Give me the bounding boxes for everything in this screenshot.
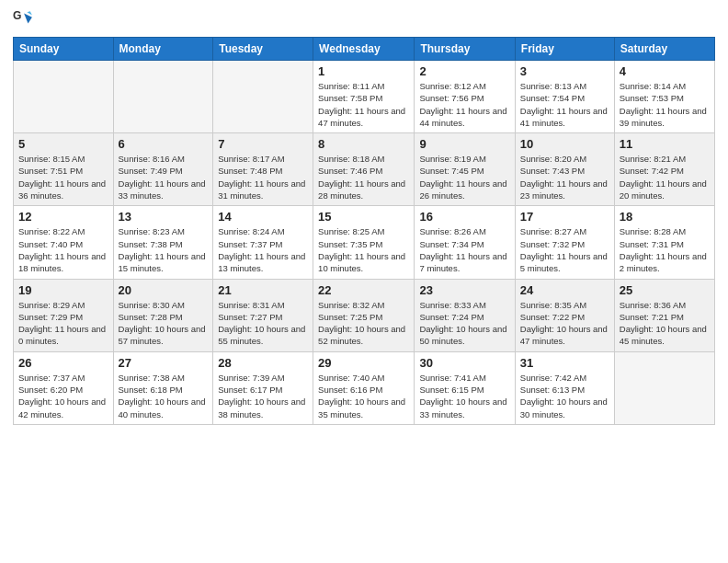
calendar-cell bbox=[14, 61, 114, 133]
day-info: Sunrise: 8:12 AM Sunset: 7:56 PM Dayligh… bbox=[419, 80, 509, 129]
day-number: 5 bbox=[18, 137, 108, 151]
calendar-cell: 24Sunrise: 8:35 AM Sunset: 7:22 PM Dayli… bbox=[515, 279, 614, 351]
page: G SundayMondayTuesdayWednesdayThursdayFr… bbox=[0, 0, 728, 563]
day-number: 25 bbox=[620, 283, 710, 297]
calendar-cell: 1Sunrise: 8:11 AM Sunset: 7:58 PM Daylig… bbox=[313, 61, 415, 133]
calendar-cell: 23Sunrise: 8:33 AM Sunset: 7:24 PM Dayli… bbox=[415, 279, 515, 351]
day-number: 8 bbox=[318, 137, 409, 151]
day-info: Sunrise: 7:37 AM Sunset: 6:20 PM Dayligh… bbox=[18, 372, 108, 420]
weekday-header-friday: Friday bbox=[515, 38, 614, 61]
weekday-header-saturday: Saturday bbox=[614, 38, 714, 61]
day-number: 29 bbox=[318, 356, 409, 370]
day-info: Sunrise: 8:30 AM Sunset: 7:28 PM Dayligh… bbox=[119, 299, 209, 348]
day-info: Sunrise: 8:28 AM Sunset: 7:31 PM Dayligh… bbox=[620, 225, 710, 274]
calendar-cell: 6Sunrise: 8:16 AM Sunset: 7:49 PM Daylig… bbox=[113, 133, 213, 206]
calendar-cell: 13Sunrise: 8:23 AM Sunset: 7:38 PM Dayli… bbox=[113, 206, 213, 279]
day-number: 4 bbox=[620, 64, 710, 78]
calendar-week-row: 5Sunrise: 8:15 AM Sunset: 7:51 PM Daylig… bbox=[14, 133, 715, 206]
day-info: Sunrise: 8:25 AM Sunset: 7:35 PM Dayligh… bbox=[318, 225, 409, 274]
weekday-header-thursday: Thursday bbox=[415, 38, 515, 61]
calendar-cell bbox=[213, 61, 313, 133]
day-number: 6 bbox=[119, 137, 209, 151]
day-info: Sunrise: 8:16 AM Sunset: 7:49 PM Dayligh… bbox=[119, 153, 209, 201]
day-number: 20 bbox=[119, 283, 209, 297]
day-info: Sunrise: 7:39 AM Sunset: 6:17 PM Dayligh… bbox=[218, 372, 308, 420]
calendar-cell: 16Sunrise: 8:26 AM Sunset: 7:34 PM Dayli… bbox=[415, 206, 515, 279]
day-info: Sunrise: 8:26 AM Sunset: 7:34 PM Dayligh… bbox=[419, 225, 509, 274]
calendar-cell: 27Sunrise: 7:38 AM Sunset: 6:18 PM Dayli… bbox=[113, 351, 213, 424]
calendar-cell bbox=[614, 351, 714, 424]
calendar-cell: 10Sunrise: 8:20 AM Sunset: 7:43 PM Dayli… bbox=[515, 133, 614, 206]
calendar-cell: 5Sunrise: 8:15 AM Sunset: 7:51 PM Daylig… bbox=[14, 133, 114, 206]
svg-marker-1 bbox=[24, 13, 32, 23]
calendar-cell: 20Sunrise: 8:30 AM Sunset: 7:28 PM Dayli… bbox=[113, 279, 213, 351]
day-info: Sunrise: 8:17 AM Sunset: 7:48 PM Dayligh… bbox=[218, 153, 308, 201]
day-info: Sunrise: 8:13 AM Sunset: 7:54 PM Dayligh… bbox=[520, 80, 609, 129]
day-number: 13 bbox=[119, 210, 209, 224]
day-number: 26 bbox=[18, 356, 108, 370]
day-number: 15 bbox=[318, 210, 409, 224]
calendar-cell: 31Sunrise: 7:42 AM Sunset: 6:13 PM Dayli… bbox=[515, 351, 614, 424]
day-info: Sunrise: 8:36 AM Sunset: 7:21 PM Dayligh… bbox=[620, 299, 710, 348]
day-number: 9 bbox=[419, 137, 509, 151]
day-info: Sunrise: 8:35 AM Sunset: 7:22 PM Dayligh… bbox=[520, 299, 609, 348]
day-info: Sunrise: 8:31 AM Sunset: 7:27 PM Dayligh… bbox=[218, 299, 308, 348]
calendar-cell: 26Sunrise: 7:37 AM Sunset: 6:20 PM Dayli… bbox=[14, 351, 114, 424]
day-info: Sunrise: 7:38 AM Sunset: 6:18 PM Dayligh… bbox=[119, 372, 209, 420]
calendar-week-row: 1Sunrise: 8:11 AM Sunset: 7:58 PM Daylig… bbox=[14, 61, 715, 133]
calendar-cell: 4Sunrise: 8:14 AM Sunset: 7:53 PM Daylig… bbox=[614, 61, 714, 133]
calendar-cell: 9Sunrise: 8:19 AM Sunset: 7:45 PM Daylig… bbox=[415, 133, 515, 206]
calendar-cell: 30Sunrise: 7:41 AM Sunset: 6:15 PM Dayli… bbox=[415, 351, 515, 424]
day-number: 31 bbox=[520, 356, 609, 370]
calendar-cell: 8Sunrise: 8:18 AM Sunset: 7:46 PM Daylig… bbox=[313, 133, 415, 206]
calendar-table: SundayMondayTuesdayWednesdayThursdayFrid… bbox=[13, 37, 715, 425]
calendar-cell: 22Sunrise: 8:32 AM Sunset: 7:25 PM Dayli… bbox=[313, 279, 415, 351]
day-number: 30 bbox=[419, 356, 509, 370]
calendar-cell: 17Sunrise: 8:27 AM Sunset: 7:32 PM Dayli… bbox=[515, 206, 614, 279]
calendar-cell: 2Sunrise: 8:12 AM Sunset: 7:56 PM Daylig… bbox=[415, 61, 515, 133]
day-info: Sunrise: 8:24 AM Sunset: 7:37 PM Dayligh… bbox=[218, 225, 308, 274]
calendar-week-row: 26Sunrise: 7:37 AM Sunset: 6:20 PM Dayli… bbox=[14, 351, 715, 424]
calendar-cell: 3Sunrise: 8:13 AM Sunset: 7:54 PM Daylig… bbox=[515, 61, 614, 133]
weekday-header-row: SundayMondayTuesdayWednesdayThursdayFrid… bbox=[14, 38, 715, 61]
day-info: Sunrise: 8:14 AM Sunset: 7:53 PM Dayligh… bbox=[620, 80, 710, 129]
logo: G bbox=[13, 9, 37, 29]
day-info: Sunrise: 7:40 AM Sunset: 6:16 PM Dayligh… bbox=[318, 372, 409, 420]
day-number: 27 bbox=[119, 356, 209, 370]
day-number: 22 bbox=[318, 283, 409, 297]
day-info: Sunrise: 8:20 AM Sunset: 7:43 PM Dayligh… bbox=[520, 153, 609, 201]
day-number: 11 bbox=[620, 137, 710, 151]
day-number: 19 bbox=[18, 283, 108, 297]
calendar-cell: 11Sunrise: 8:21 AM Sunset: 7:42 PM Dayli… bbox=[614, 133, 714, 206]
day-number: 1 bbox=[318, 64, 409, 78]
calendar-cell: 12Sunrise: 8:22 AM Sunset: 7:40 PM Dayli… bbox=[14, 206, 114, 279]
weekday-header-tuesday: Tuesday bbox=[213, 38, 313, 61]
day-info: Sunrise: 8:23 AM Sunset: 7:38 PM Dayligh… bbox=[119, 225, 209, 274]
day-number: 14 bbox=[218, 210, 308, 224]
day-info: Sunrise: 7:41 AM Sunset: 6:15 PM Dayligh… bbox=[419, 372, 509, 420]
day-number: 24 bbox=[520, 283, 609, 297]
svg-text:G: G bbox=[13, 9, 21, 22]
weekday-header-sunday: Sunday bbox=[14, 38, 114, 61]
day-info: Sunrise: 8:22 AM Sunset: 7:40 PM Dayligh… bbox=[18, 225, 108, 274]
weekday-header-wednesday: Wednesday bbox=[313, 38, 415, 61]
day-number: 17 bbox=[520, 210, 609, 224]
header: G bbox=[13, 9, 715, 29]
calendar-cell: 19Sunrise: 8:29 AM Sunset: 7:29 PM Dayli… bbox=[14, 279, 114, 351]
day-number: 2 bbox=[419, 64, 509, 78]
day-info: Sunrise: 8:19 AM Sunset: 7:45 PM Dayligh… bbox=[419, 153, 509, 201]
calendar-cell: 7Sunrise: 8:17 AM Sunset: 7:48 PM Daylig… bbox=[213, 133, 313, 206]
day-info: Sunrise: 8:15 AM Sunset: 7:51 PM Dayligh… bbox=[18, 153, 108, 201]
calendar-cell: 15Sunrise: 8:25 AM Sunset: 7:35 PM Dayli… bbox=[313, 206, 415, 279]
day-info: Sunrise: 8:33 AM Sunset: 7:24 PM Dayligh… bbox=[419, 299, 509, 348]
day-info: Sunrise: 8:27 AM Sunset: 7:32 PM Dayligh… bbox=[520, 225, 609, 274]
calendar-week-row: 12Sunrise: 8:22 AM Sunset: 7:40 PM Dayli… bbox=[14, 206, 715, 279]
logo-icon: G bbox=[13, 9, 33, 29]
day-number: 12 bbox=[18, 210, 108, 224]
calendar-cell: 25Sunrise: 8:36 AM Sunset: 7:21 PM Dayli… bbox=[614, 279, 714, 351]
calendar-cell: 18Sunrise: 8:28 AM Sunset: 7:31 PM Dayli… bbox=[614, 206, 714, 279]
calendar-week-row: 19Sunrise: 8:29 AM Sunset: 7:29 PM Dayli… bbox=[14, 279, 715, 351]
day-number: 7 bbox=[218, 137, 308, 151]
day-info: Sunrise: 8:18 AM Sunset: 7:46 PM Dayligh… bbox=[318, 153, 409, 201]
calendar-cell bbox=[113, 61, 213, 133]
